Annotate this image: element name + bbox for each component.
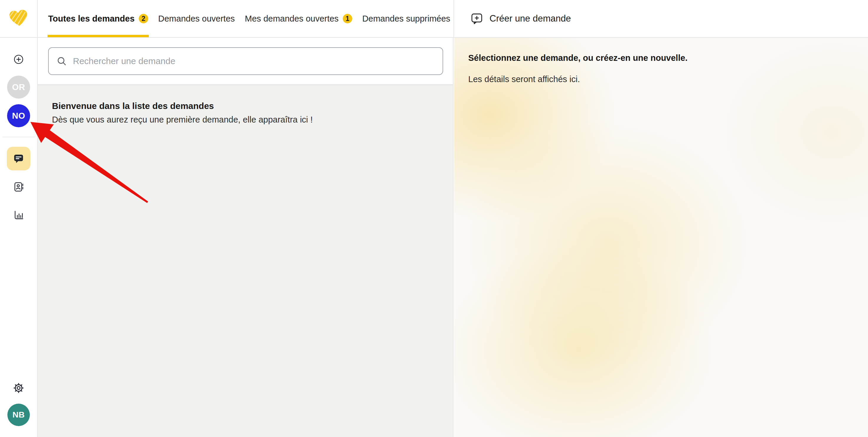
tab-demandes-supprimees[interactable]: Demandes supprimées — [362, 0, 450, 37]
tab-count-badge: 2 — [139, 14, 148, 23]
request-detail-panel: Sélectionnez une demande, ou créez-en un… — [454, 38, 868, 437]
avatar-initials: OR — [12, 83, 25, 92]
workspace-avatar-no[interactable]: NO — [7, 104, 30, 127]
search-section — [38, 38, 453, 85]
requests-list-panel: Bienvenue dans la liste des demandes Dès… — [38, 38, 454, 437]
create-request-label: Créer une demande — [490, 13, 571, 24]
tab-label: Demandes supprimées — [362, 14, 450, 24]
sidebar: OR NO — [0, 0, 38, 437]
header-divider — [454, 0, 454, 37]
sidebar-divider — [2, 137, 35, 137]
avatar-initials: NB — [12, 410, 25, 419]
sidebar-item-contacts[interactable] — [13, 181, 24, 192]
sidebar-item-conversations[interactable] — [7, 147, 30, 170]
empty-state-title: Bienvenue dans la liste des demandes — [52, 101, 439, 111]
user-avatar-nb[interactable]: NB — [7, 404, 30, 426]
tab-mes-demandes-ouvertes[interactable]: Mes demandes ouvertes 1 — [245, 0, 352, 37]
tab-count-badge: 1 — [343, 14, 352, 23]
empty-state-subtitle: Dès que vous aurez reçu une première dem… — [52, 115, 439, 125]
create-request-button[interactable]: Créer une demande — [471, 0, 571, 37]
search-box[interactable] — [48, 47, 443, 75]
detail-placeholder-subtitle: Les détails seront affichés ici. — [468, 74, 850, 84]
sidebar-item-settings[interactable] — [13, 382, 24, 394]
tab-label: Toutes les demandes — [48, 14, 135, 24]
search-icon — [56, 56, 67, 66]
sidebar-item-reports[interactable] — [13, 210, 24, 221]
requests-empty-state: Bienvenue dans la liste des demandes Dès… — [38, 85, 453, 437]
add-workspace-button[interactable] — [13, 54, 24, 64]
tab-demandes-ouvertes[interactable]: Demandes ouvertes — [158, 0, 235, 37]
tab-label: Mes demandes ouvertes — [245, 14, 339, 24]
scribble-heart-logo — [8, 7, 30, 29]
avatar-initials: NO — [12, 111, 25, 121]
tab-label: Demandes ouvertes — [158, 14, 235, 24]
detail-placeholder-title: Sélectionnez une demande, ou créez-en un… — [468, 53, 850, 63]
chat-bubble-plus-icon — [471, 12, 483, 25]
chat-bubble-icon — [13, 153, 25, 164]
search-input[interactable] — [72, 56, 435, 66]
request-tabs: Toutes les demandes 2 Demandes ouvertes … — [48, 0, 450, 37]
workspace-avatar-or[interactable]: OR — [7, 75, 30, 99]
tab-toutes-les-demandes[interactable]: Toutes les demandes 2 — [48, 0, 148, 37]
app-window: Toutes les demandes 2 Demandes ouvertes … — [0, 0, 868, 437]
top-header: Toutes les demandes 2 Demandes ouvertes … — [0, 0, 868, 38]
